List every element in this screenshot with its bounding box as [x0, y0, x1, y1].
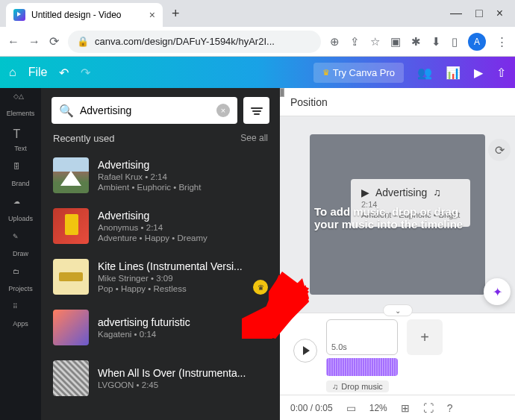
track-list[interactable]: Advertising Rafael Krux • 2:14 Ambient •…: [41, 150, 280, 420]
rail-uploads-label: Uploads: [8, 215, 33, 222]
kebab-menu-icon[interactable]: ⋮: [496, 35, 508, 48]
track-row[interactable]: Advertising Rafael Krux • 2:14 Ambient •…: [41, 150, 280, 201]
redo-icon[interactable]: ↷: [81, 66, 90, 80]
panel-scroll-nub[interactable]: [280, 88, 284, 97]
minimize-icon[interactable]: —: [450, 7, 462, 20]
track-thumbnail: [53, 259, 89, 295]
left-rail: ◇△ Elements T Text 🗄 Brand ☁ Uploads ✎ D…: [0, 88, 41, 420]
help-icon[interactable]: ?: [447, 402, 453, 414]
reading-list-icon[interactable]: ▯: [452, 35, 458, 48]
drop-hint-text: To add music, drop or drag your music in…: [310, 205, 485, 231]
position-button[interactable]: Position: [290, 96, 328, 108]
video-clip[interactable]: 5.0s: [326, 319, 398, 355]
file-menu[interactable]: File: [28, 66, 48, 79]
home-icon[interactable]: ⌂: [9, 66, 16, 79]
profile-avatar[interactable]: A: [468, 33, 486, 51]
grid-view-icon[interactable]: ⊞: [401, 402, 410, 414]
present-play-icon[interactable]: ▶: [474, 66, 483, 80]
share-page-icon[interactable]: ⇪: [350, 35, 360, 48]
filter-button[interactable]: [243, 97, 269, 124]
add-clip-button[interactable]: +: [407, 319, 443, 355]
drop-music-label: Drop music: [341, 382, 383, 391]
zoom-level[interactable]: 12%: [369, 403, 387, 413]
rail-draw[interactable]: ✎ Draw: [13, 233, 28, 257]
section-title: Recently used: [53, 133, 114, 144]
drop-music-chip[interactable]: ♫Drop music: [326, 380, 389, 392]
track-thumbnail: [53, 310, 89, 345]
canvas-viewport[interactable]: ▶Advertising ♫ 2:14 Ambient • Euphoric •…: [280, 116, 515, 313]
rail-apps[interactable]: ⠿ Apps: [13, 303, 28, 327]
slide-frame[interactable]: ▶Advertising ♫ 2:14 Ambient • Euphoric •…: [310, 134, 485, 295]
url-field[interactable]: 🔒 canva.com/design/DAFuY-1594k/hyAr2I...: [68, 31, 321, 53]
canva-top-bar: ⌂ File ↶ ↷ ♛ Try Canva Pro 👥 📊 ▶ ⇧: [0, 57, 515, 88]
tab-title: Untitled design - Video: [31, 10, 122, 20]
rail-projects[interactable]: 🗀 Projects: [8, 268, 33, 292]
track-title: advertising futuristic: [98, 316, 268, 328]
see-all-link[interactable]: See all: [240, 133, 268, 144]
back-icon[interactable]: ←: [7, 35, 19, 48]
magic-sparkle-icon[interactable]: ✦: [484, 278, 511, 305]
track-title: Advertising: [98, 159, 268, 171]
window-controls: — □ ×: [444, 7, 509, 20]
track-thumbnail: [53, 360, 89, 396]
track-thumbnail: [53, 157, 89, 193]
track-row[interactable]: Kite Lines (Instrumental Versi... Mike S…: [41, 251, 280, 302]
rail-brand[interactable]: 🗄 Brand: [11, 163, 29, 187]
forward-icon[interactable]: →: [28, 35, 40, 48]
maximize-icon[interactable]: □: [475, 7, 483, 20]
track-title: Advertising: [98, 210, 268, 222]
track-row[interactable]: When All Is Over (Instrumenta... LVGOON …: [41, 353, 280, 404]
extensions-icon[interactable]: ✱: [411, 35, 421, 48]
undo-icon[interactable]: ↶: [59, 66, 69, 80]
rail-projects-label: Projects: [8, 285, 33, 292]
music-note-icon: ♫: [332, 382, 338, 391]
downloads-icon[interactable]: ⬇: [431, 35, 441, 48]
clear-search-icon[interactable]: ×: [216, 104, 230, 117]
track-meta: Rafael Krux • 2:14: [98, 172, 268, 181]
audio-panel: 🔍 × Recently used See all Advertising Ra…: [41, 88, 280, 420]
try-canva-pro-button[interactable]: ♛ Try Canva Pro: [313, 63, 404, 83]
timeline-play-button[interactable]: [293, 339, 317, 363]
apps-grid-icon: ⠿: [13, 303, 28, 318]
rail-elements-label: Elements: [7, 110, 35, 117]
track-title: When All Is Over (Instrumenta...: [98, 367, 268, 379]
browser-tab[interactable]: Untitled design - Video ×: [6, 3, 163, 27]
audio-clip[interactable]: [326, 358, 398, 376]
track-meta: Kagateni • 0:14: [98, 330, 268, 339]
track-title: Kite Lines (Instrumental Versi...: [98, 260, 268, 272]
translate-icon[interactable]: ▣: [390, 35, 401, 48]
pencil-icon: ✎: [13, 233, 28, 248]
rail-draw-label: Draw: [13, 250, 28, 257]
search-input[interactable]: [80, 104, 210, 116]
track-meta: Anonymus • 2:14: [98, 223, 268, 232]
lock-icon: 🔒: [77, 36, 89, 47]
star-bookmark-icon[interactable]: ☆: [370, 35, 380, 48]
try-pro-label: Try Canva Pro: [333, 67, 395, 78]
url-text: canva.com/design/DAFuY-1594k/hyAr2I...: [95, 36, 275, 47]
share-icon[interactable]: ⇧: [496, 66, 506, 80]
close-window-icon[interactable]: ×: [496, 7, 503, 20]
invite-collaborators-icon[interactable]: 👥: [417, 66, 432, 80]
close-tab-icon[interactable]: ×: [149, 9, 155, 21]
new-tab-button[interactable]: +: [172, 6, 180, 22]
rail-text[interactable]: T Text: [13, 128, 28, 152]
fullscreen-icon[interactable]: ⛶: [423, 402, 434, 414]
canvas-toolbar: Position: [280, 88, 515, 116]
rail-brand-label: Brand: [11, 180, 29, 187]
track-tags: Ambient • Euphoric • Bright: [98, 183, 268, 192]
notes-view-icon[interactable]: ▭: [346, 402, 356, 414]
analytics-icon[interactable]: 📊: [446, 66, 461, 80]
reload-icon[interactable]: ⟳: [49, 34, 59, 48]
rail-elements[interactable]: ◇△ Elements: [7, 93, 35, 117]
refresh-icon[interactable]: ⟳: [488, 139, 511, 161]
timeline: ⌄ 5.0s ♫Drop music +: [280, 313, 515, 395]
music-note-icon: ♫: [433, 187, 441, 198]
track-row[interactable]: advertising futuristic Kagateni • 0:14: [41, 302, 280, 353]
rail-uploads[interactable]: ☁ Uploads: [8, 198, 33, 222]
browser-title-bar: Untitled design - Video × + — □ ×: [0, 0, 515, 27]
zoom-search-icon[interactable]: ⊕: [330, 35, 340, 48]
collapse-timeline-icon[interactable]: ⌄: [383, 304, 413, 316]
track-row[interactable]: Advertising Anonymus • 2:14 Adventure • …: [41, 201, 280, 251]
search-box[interactable]: 🔍 ×: [52, 97, 237, 124]
filter-icon: [251, 106, 263, 115]
